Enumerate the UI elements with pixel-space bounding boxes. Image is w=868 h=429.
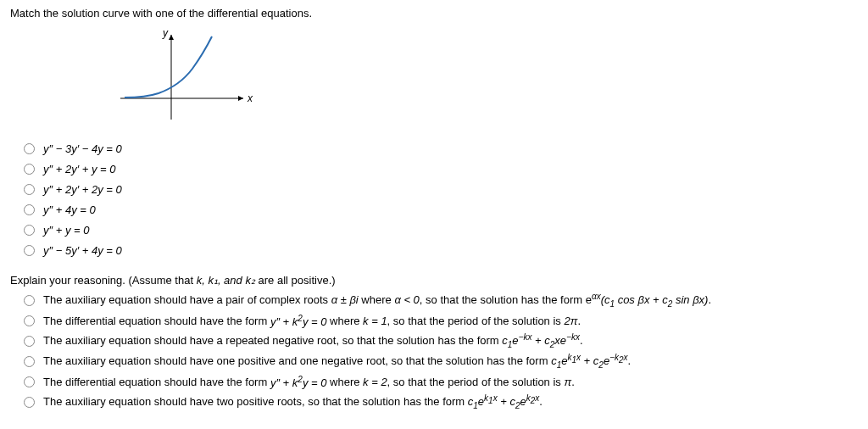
radio-icon	[24, 397, 35, 408]
radio-icon	[24, 376, 35, 387]
radio-icon	[24, 356, 35, 367]
option-2f[interactable]: The auxiliary equation should have two p…	[24, 392, 858, 412]
option-2a[interactable]: The auxiliary equation should have a pai…	[24, 290, 858, 310]
option-label: y″ + y = 0	[43, 224, 89, 237]
radio-icon	[24, 184, 35, 195]
option-1a[interactable]: y″ − 3y′ − 4y = 0	[24, 138, 858, 159]
explain-prompt: Explain your reasoning. (Assume that k, …	[10, 274, 858, 287]
radio-icon	[24, 204, 35, 215]
radio-icon	[24, 336, 35, 347]
option-2c[interactable]: The auxiliary equation should have a rep…	[24, 331, 858, 351]
option-1d[interactable]: y″ + 4y = 0	[24, 199, 858, 220]
option-2b[interactable]: The differential equation should have th…	[24, 310, 858, 331]
option-label: The differential equation should have th…	[43, 374, 575, 388]
svg-marker-3	[169, 35, 174, 40]
question-prompt: Match the solution curve with one of the…	[10, 7, 858, 20]
x-axis-label: x	[247, 92, 253, 104]
option-1b[interactable]: y″ + 2y′ + y = 0	[24, 159, 858, 179]
option-label: y″ + 4y = 0	[43, 203, 96, 216]
option-label: The auxiliary equation should have one p…	[43, 353, 631, 370]
option-label: y″ − 5y′ + 4y = 0	[43, 244, 122, 257]
option-2d[interactable]: The auxiliary equation should have one p…	[24, 351, 858, 371]
reasoning-options: The auxiliary equation should have a pai…	[24, 290, 858, 412]
option-label: The auxiliary equation should have two p…	[43, 393, 542, 410]
radio-icon	[24, 143, 35, 154]
option-label: y″ + 2y′ + 2y = 0	[43, 183, 122, 196]
option-1c[interactable]: y″ + 2y′ + 2y = 0	[24, 179, 858, 199]
y-axis-label: y	[162, 27, 169, 39]
option-label: The differential equation should have th…	[43, 313, 581, 327]
radio-icon	[24, 164, 35, 175]
option-label: The auxiliary equation should have a rep…	[43, 332, 583, 349]
option-label: y″ + 2y′ + y = 0	[43, 163, 115, 176]
radio-icon	[24, 225, 35, 236]
option-1e[interactable]: y″ + y = 0	[24, 220, 858, 240]
svg-marker-1	[238, 96, 243, 101]
radio-icon	[24, 245, 35, 256]
explain-vars: k, k₁, and k₂	[197, 274, 255, 287]
option-label: The auxiliary equation should have a pai…	[43, 292, 711, 309]
solution-curve-graph: x y	[112, 26, 858, 128]
radio-icon	[24, 295, 35, 306]
option-1f[interactable]: y″ − 5y′ + 4y = 0	[24, 240, 858, 260]
option-label: y″ − 3y′ − 4y = 0	[43, 142, 122, 155]
explain-post: are all positive.)	[255, 274, 336, 287]
radio-icon	[24, 315, 35, 326]
explain-pre: Explain your reasoning. (Assume that	[10, 274, 197, 287]
option-2e[interactable]: The differential equation should have th…	[24, 371, 858, 392]
equation-options: y″ − 3y′ − 4y = 0 y″ + 2y′ + y = 0 y″ + …	[24, 138, 858, 260]
